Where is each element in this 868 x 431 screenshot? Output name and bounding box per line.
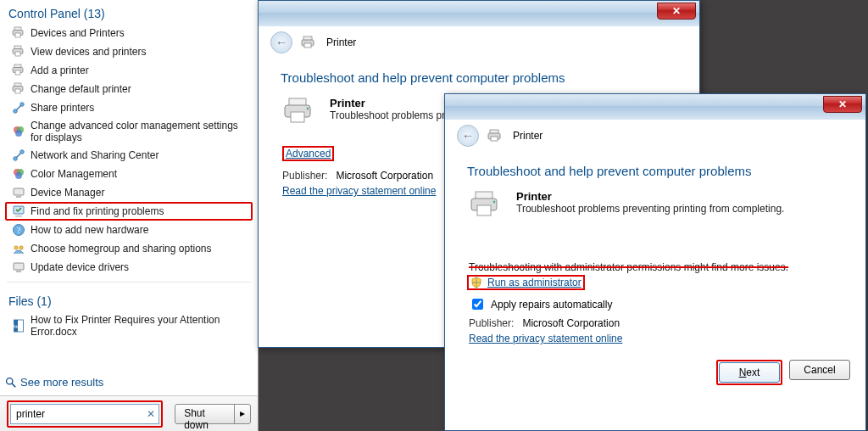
apply-repairs-checkbox[interactable] xyxy=(472,299,483,310)
troubleshoot-icon xyxy=(12,204,25,218)
control-panel-item[interactable]: Update device drivers xyxy=(5,258,253,277)
color-icon xyxy=(12,167,25,181)
advanced-link[interactable]: Advanced xyxy=(286,148,331,160)
network-icon xyxy=(12,148,25,162)
breadcrumb: ← Printer xyxy=(259,26,699,62)
svg-text:?: ? xyxy=(17,226,21,235)
troubleshooter-title: Printer xyxy=(516,190,784,203)
window-titlebar[interactable]: ✕ xyxy=(259,1,699,26)
control-panel-item[interactable]: Device Manager xyxy=(5,183,253,202)
device-icon xyxy=(12,186,25,199)
svg-rect-40 xyxy=(304,43,311,48)
shutdown-button[interactable]: Shut down ▸ xyxy=(175,404,251,424)
breadcrumb: ← Printer xyxy=(445,120,865,155)
svg-rect-47 xyxy=(491,137,498,141)
svg-rect-32 xyxy=(16,271,21,272)
control-panel-item[interactable]: Choose homegroup and sharing options xyxy=(5,239,253,258)
svg-rect-5 xyxy=(15,52,20,56)
search-icon xyxy=(5,377,17,389)
control-panel-item-label: Choose homegroup and sharing options xyxy=(31,243,211,255)
control-panel-item[interactable]: Find and fix printing problems xyxy=(5,202,253,221)
printer-icon xyxy=(282,97,318,127)
svg-rect-24 xyxy=(14,188,24,195)
control-panel-item[interactable]: Devices and Printers xyxy=(5,24,253,42)
control-panel-item[interactable]: Network and Sharing Center xyxy=(5,146,253,165)
control-panel-header: Control Panel (13) xyxy=(0,0,258,24)
breadcrumb-label: Printer xyxy=(326,36,356,48)
files-header: Files (1) xyxy=(0,288,258,311)
file-result-label: How to Fix Printer Requires your Attenti… xyxy=(31,314,246,338)
control-panel-item-label: How to add new hardware xyxy=(31,224,148,236)
help-icon: ? xyxy=(12,223,25,237)
page-heading: Troubleshoot and help prevent computer p… xyxy=(259,62,699,97)
runas-highlight: Run as administrator xyxy=(467,275,585,290)
back-button[interactable]: ← xyxy=(270,31,292,53)
control-panel-item[interactable]: Color Management xyxy=(5,165,253,183)
svg-rect-11 xyxy=(15,89,20,93)
apply-repairs-label: Apply repairs automatically xyxy=(491,299,612,311)
page-heading: Troubleshoot and help prevent computer p… xyxy=(445,155,865,190)
chevron-right-icon[interactable]: ▸ xyxy=(234,405,250,423)
file-result-item[interactable]: WHow to Fix Printer Requires your Attent… xyxy=(5,311,253,340)
control-panel-item-label: Network and Sharing Center xyxy=(31,149,159,161)
svg-rect-2 xyxy=(15,33,20,37)
printers-icon xyxy=(12,82,25,96)
control-panel-item[interactable]: Add a printer xyxy=(5,61,253,80)
shield-icon xyxy=(470,277,482,288)
clear-search-icon[interactable]: ✕ xyxy=(147,408,155,420)
start-search-panel: Control Panel (13) Devices and PrintersV… xyxy=(0,0,259,431)
close-button[interactable]: ✕ xyxy=(823,96,862,113)
search-input[interactable] xyxy=(10,404,159,424)
next-highlight: Next xyxy=(716,360,782,385)
svg-rect-25 xyxy=(16,196,21,198)
window-titlebar[interactable]: ✕ xyxy=(445,94,865,120)
control-panel-item[interactable]: ?How to add new hardware xyxy=(5,221,253,239)
control-panel-item-label: Device Manager xyxy=(31,187,104,199)
privacy-link[interactable]: Read the privacy statement online xyxy=(282,185,436,197)
svg-rect-8 xyxy=(15,70,20,75)
control-panel-item-label: Change advanced color management setting… xyxy=(31,120,246,143)
publisher-value: Microsoft Corporation xyxy=(336,170,433,182)
printer-icon xyxy=(469,190,504,221)
network-icon xyxy=(12,101,25,115)
svg-rect-31 xyxy=(14,263,24,270)
see-more-results-link[interactable]: See more results xyxy=(0,374,112,390)
shutdown-label: Shut down xyxy=(175,405,234,423)
search-highlight: ✕ xyxy=(7,400,163,428)
control-panel-item[interactable]: Change advanced color management setting… xyxy=(5,117,253,146)
control-panel-item-label: Color Management xyxy=(31,168,117,180)
troubleshooter-subtitle: Troubleshoot problems preve xyxy=(330,109,462,121)
svg-point-17 xyxy=(15,130,22,137)
control-panel-item-label: Change default printer xyxy=(31,83,131,95)
files-results: WHow to Fix Printer Requires your Attent… xyxy=(0,311,258,340)
publisher-label: Publisher: xyxy=(282,170,327,182)
control-panel-item-label: Update device drivers xyxy=(31,261,129,273)
see-more-label: See more results xyxy=(20,376,103,389)
start-bottom-bar: ✕ Shut down ▸ xyxy=(0,395,258,431)
privacy-link[interactable]: Read the privacy statement online xyxy=(469,333,622,344)
control-panel-item[interactable]: Share printers xyxy=(5,98,253,117)
control-panel-item[interactable]: Change default printer xyxy=(5,80,253,98)
next-button[interactable]: Next xyxy=(719,362,780,383)
troubleshooter-title: Printer xyxy=(330,97,462,109)
control-panel-item-label: Add a printer xyxy=(31,64,89,76)
control-panel-item-label: Find and fix printing problems xyxy=(31,205,164,217)
run-as-admin-link[interactable]: Run as administrator xyxy=(487,277,581,288)
svg-line-37 xyxy=(12,383,15,387)
close-button[interactable]: ✕ xyxy=(657,3,696,20)
control-panel-item[interactable]: View devices and printers xyxy=(5,42,253,61)
homegroup-icon xyxy=(12,242,25,255)
printer-small-icon xyxy=(301,36,318,49)
svg-point-23 xyxy=(15,172,22,179)
svg-rect-50 xyxy=(477,205,491,216)
svg-line-14 xyxy=(17,106,21,110)
control-panel-results: Devices and PrintersView devices and pri… xyxy=(0,24,258,277)
svg-text:W: W xyxy=(13,323,19,330)
cancel-button[interactable]: Cancel xyxy=(789,360,850,380)
printers-icon xyxy=(12,45,25,59)
color-icon xyxy=(12,125,25,138)
device-icon xyxy=(12,260,25,274)
publisher-value: Microsoft Corporation xyxy=(522,317,620,329)
back-button[interactable]: ← xyxy=(457,125,479,147)
printers-icon xyxy=(12,26,25,40)
